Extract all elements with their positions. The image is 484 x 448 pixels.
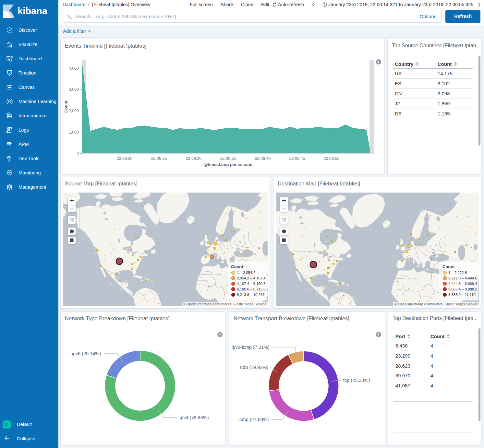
svg-text:22:06:20: 22:06:20 [117,156,133,161]
svg-text:22:06:30: 22:06:30 [186,156,202,161]
svg-text:icmp (27.63%): icmp (27.63%) [238,417,269,422]
svg-text:8,213.8 – 10,267: 8,213.8 – 10,267 [237,293,265,297]
svg-text:© OpenStreetMap contributors,: © OpenStreetMap contributors, Elastic Ma… [394,302,478,306]
svg-text:22:06:50: 22:06:50 [324,156,340,161]
svg-text:8,888.2 – 11,110: 8,888.2 – 11,110 [448,293,476,297]
svg-text:3,000: 3,000 [69,87,79,92]
svg-text:4,107.4 – 6,160.6: 4,107.4 – 6,160.6 [237,282,266,286]
svg-text:22:06:40: 22:06:40 [255,156,271,161]
svg-text:4,000: 4,000 [69,66,79,71]
svg-text:6,666.4 – 8,888.2: 6,666.4 – 8,888.2 [448,287,477,291]
svg-text:1 – 2,222.8: 1 – 2,222.8 [448,271,467,275]
svg-text:Count: Count [231,264,243,269]
svg-text:2,222.8 – 4,444.6: 2,222.8 – 4,444.6 [448,276,477,280]
svg-text:@timestamp per second: @timestamp per second [204,162,253,167]
svg-text:22:06:35: 22:06:35 [220,156,236,161]
svg-text:Count: Count [64,100,68,113]
svg-text:Count: Count [442,264,455,269]
svg-text:ipv6 (20.14%): ipv6 (20.14%) [72,351,101,356]
svg-text:1,000: 1,000 [69,130,79,135]
svg-text:6,160.6 – 8,213.8: 6,160.6 – 8,213.8 [237,287,266,291]
svg-text:4,444.6 – 6,666.4: 4,444.6 – 6,666.4 [448,282,477,286]
svg-text:tcp (45.23%): tcp (45.23%) [343,378,370,383]
svg-text:1 – 2,054.2: 1 – 2,054.2 [237,271,255,275]
svg-text:22:06:25: 22:06:25 [151,156,167,161]
svg-text:22:06:45: 22:06:45 [289,156,305,161]
svg-text:0: 0 [77,151,79,156]
svg-text:© OpenStreetMap contributors,: © OpenStreetMap contributors, Elastic Ma… [183,302,266,306]
svg-text:udp (19.92%): udp (19.92%) [240,365,268,370]
svg-text:2,000: 2,000 [69,109,79,113]
svg-text:ipv4 (79.86%): ipv4 (79.86%) [180,415,209,420]
svg-text:ipv6-icmp (7.21%): ipv6-icmp (7.21%) [232,345,270,350]
svg-text:2,054.2 – 4,107.4: 2,054.2 – 4,107.4 [237,276,266,280]
